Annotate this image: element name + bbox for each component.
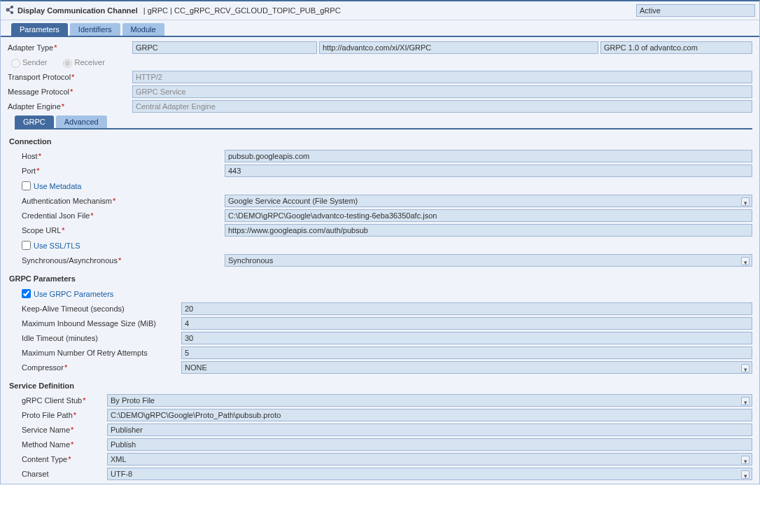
label-idle: Idle Timeout (minutes) xyxy=(22,334,181,342)
row-sync: Synchronous/Asynchronous* Synchronous▾ xyxy=(22,254,752,267)
row-host: Host* pubsub.googleapis.com xyxy=(22,150,752,162)
field-method[interactable]: Publish xyxy=(107,438,752,451)
parameters-content: Adapter Type* GRPC http://advantco.com/x… xyxy=(1,37,759,484)
checkbox-use-metadata[interactable] xyxy=(22,181,31,190)
tab-module[interactable]: Module xyxy=(122,23,164,36)
row-svcname: Service Name* Publisher xyxy=(22,424,752,436)
field-host[interactable]: pubsub.googleapis.com xyxy=(225,150,752,162)
label-auth: Authentication Mechanism* xyxy=(22,197,225,205)
field-message-protocol[interactable]: GRPC Service xyxy=(132,85,752,98)
label-use-ssl: Use SSL/TLS xyxy=(34,241,80,250)
field-adapter-type[interactable]: GRPC xyxy=(132,41,317,54)
field-port[interactable]: 443 xyxy=(225,164,752,177)
header-bar: Display Communication Channel | gRPC | C… xyxy=(1,1,759,20)
row-use-metadata[interactable]: Use Metadata xyxy=(22,179,752,192)
field-retry[interactable]: 5 xyxy=(181,346,752,359)
row-maxinbound: Maximum Inbound Message Size (MiB) 4 xyxy=(22,317,752,330)
label-adapter-type: Adapter Type* xyxy=(8,43,132,52)
row-contenttype: Content Type* XML▾ xyxy=(22,453,752,465)
top-tab-bar: Parameters Identifiers Module xyxy=(1,20,759,37)
section-title-grpc: GRPC Parameters xyxy=(9,274,752,283)
row-scope: Scope URL* https://www.googleapis.com/au… xyxy=(22,224,752,237)
label-port: Port* xyxy=(22,167,225,175)
field-sync[interactable]: Synchronous▾ xyxy=(225,254,752,267)
field-scope[interactable]: https://www.googleapis.com/auth/pubsub xyxy=(225,224,752,237)
row-compressor: Compressor* NONE▾ xyxy=(22,361,752,374)
field-charset[interactable]: UTF-8▾ xyxy=(107,468,752,480)
field-adapter-engine[interactable]: Central Adapter Engine xyxy=(132,100,752,113)
label-compressor: Compressor* xyxy=(22,363,181,372)
svg-line-3 xyxy=(9,8,12,10)
row-use-ssl[interactable]: Use SSL/TLS xyxy=(22,239,752,252)
field-keepalive[interactable]: 20 xyxy=(181,302,752,315)
checkbox-use-ssl[interactable] xyxy=(22,241,31,250)
subtab-advanced[interactable]: Advanced xyxy=(56,115,107,128)
radio-sender[interactable]: Sender xyxy=(8,57,47,68)
field-transport[interactable]: HTTP/2 xyxy=(132,71,752,83)
label-cred: Credential Json File* xyxy=(22,211,225,220)
radio-receiver[interactable]: Receiver xyxy=(59,57,104,68)
field-stub[interactable]: By Proto File▾ xyxy=(107,394,752,407)
svg-line-4 xyxy=(9,10,12,13)
label-stub: gRPC Client Stub* xyxy=(22,396,107,405)
label-method: Method Name* xyxy=(22,440,107,449)
label-use-metadata: Use Metadata xyxy=(34,182,81,190)
row-proto: Proto File Path* C:\DEMO\gRPC\Google\Pro… xyxy=(22,409,752,421)
row-message-protocol: Message Protocol* GRPC Service xyxy=(8,85,752,98)
row-use-grpc[interactable]: Use GRPC Parameters xyxy=(22,287,752,300)
field-contenttype[interactable]: XML▾ xyxy=(107,453,752,465)
label-svcname: Service Name* xyxy=(22,426,107,434)
header-path: | gRPC | CC_gRPC_RCV_GCLOUD_TOPIC_PUB_gR… xyxy=(143,6,341,15)
label-maxinbound: Maximum Inbound Message Size (MiB) xyxy=(22,319,181,328)
channel-icon xyxy=(5,5,15,16)
section-connection: Connection Host* pubsub.googleapis.com P… xyxy=(8,134,752,267)
field-cred[interactable]: C:\DEMO\gRPC\Google\advantco-testing-6eb… xyxy=(225,209,752,222)
row-charset: Charset UTF-8▾ xyxy=(22,468,752,480)
row-direction: Sender Receiver xyxy=(8,57,752,68)
field-idle[interactable]: 30 xyxy=(181,332,752,344)
label-host: Host* xyxy=(22,152,225,160)
label-scope: Scope URL* xyxy=(22,226,225,234)
label-sync: Synchronous/Asynchronous* xyxy=(22,256,225,265)
row-stub: gRPC Client Stub* By Proto File▾ xyxy=(22,394,752,407)
sub-tab-bar: GRPC Advanced xyxy=(15,115,752,130)
label-message-protocol: Message Protocol* xyxy=(8,88,132,96)
label-adapter-engine: Adapter Engine* xyxy=(8,102,132,111)
tab-parameters[interactable]: Parameters xyxy=(11,23,68,36)
status-field: Active xyxy=(636,4,755,17)
section-service: Service Definition gRPC Client Stub* By … xyxy=(8,378,752,480)
header-title: Display Communication Channel xyxy=(17,6,138,15)
row-method: Method Name* Publish xyxy=(22,438,752,451)
label-charset: Charset xyxy=(22,470,107,478)
label-use-grpc: Use GRPC Parameters xyxy=(34,290,113,298)
row-adapter-engine: Adapter Engine* Central Adapter Engine xyxy=(8,100,752,113)
field-adapter-version[interactable]: GRPC 1.0 of advantco.com xyxy=(600,41,752,54)
row-idle: Idle Timeout (minutes) 30 xyxy=(22,332,752,344)
label-retry: Maximum Number Of Retry Attempts xyxy=(22,349,181,357)
section-title-service: Service Definition xyxy=(9,382,752,390)
field-maxinbound[interactable]: 4 xyxy=(181,317,752,330)
row-port: Port* 443 xyxy=(22,164,752,177)
row-auth: Authentication Mechanism* Google Service… xyxy=(22,195,752,207)
row-transport: Transport Protocol* HTTP/2 xyxy=(8,71,752,83)
field-adapter-namespace[interactable]: http://advantco.com/xi/XI/GRPC xyxy=(319,41,598,54)
label-proto: Proto File Path* xyxy=(22,411,107,419)
label-keepalive: Keep-Alive Timeout (seconds) xyxy=(22,304,181,313)
subtab-grpc[interactable]: GRPC xyxy=(15,115,54,128)
section-title-connection: Connection xyxy=(9,137,752,146)
field-svcname[interactable]: Publisher xyxy=(107,424,752,436)
checkbox-use-grpc[interactable] xyxy=(22,289,31,298)
field-compressor[interactable]: NONE▾ xyxy=(181,361,752,374)
tab-identifiers[interactable]: Identifiers xyxy=(70,23,120,36)
section-grpc: GRPC Parameters Use GRPC Parameters Keep… xyxy=(8,271,752,374)
row-retry: Maximum Number Of Retry Attempts 5 xyxy=(22,346,752,359)
field-auth[interactable]: Google Service Account (File System)▾ xyxy=(225,195,752,207)
row-keepalive: Keep-Alive Timeout (seconds) 20 xyxy=(22,302,752,315)
label-contenttype: Content Type* xyxy=(22,455,107,463)
field-proto[interactable]: C:\DEMO\gRPC\Google\Proto_Path\pubsub.pr… xyxy=(107,409,752,421)
label-transport: Transport Protocol* xyxy=(8,73,132,81)
row-cred: Credential Json File* C:\DEMO\gRPC\Googl… xyxy=(22,209,752,222)
row-adapter-type: Adapter Type* GRPC http://advantco.com/x… xyxy=(8,41,752,54)
main-container: Display Communication Channel | gRPC | C… xyxy=(0,0,760,484)
